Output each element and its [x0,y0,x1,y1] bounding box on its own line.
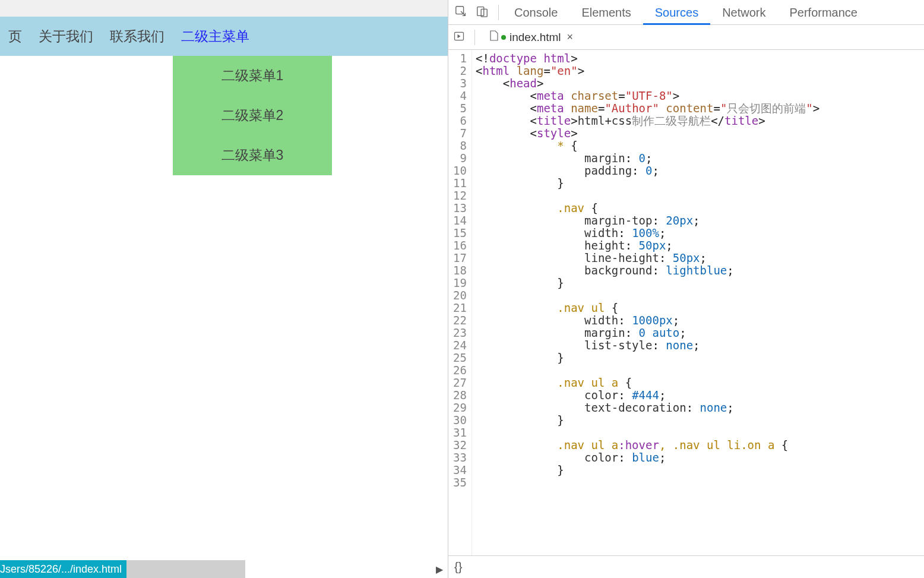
file-tab-index[interactable]: index.html × [485,28,578,46]
nav-item-0[interactable]: 页 [0,17,30,56]
close-icon[interactable]: × [567,31,574,43]
devtools-panel: Console Elements Sources Network Perform… [448,0,924,578]
file-name: index.html [510,31,561,44]
page-preview: 页 关于我们 联系我们 二级主菜单 二级菜单1 二级菜单2 二级菜单3 Jser… [0,0,448,578]
nav-link[interactable]: 联系我们 [102,17,173,56]
svg-rect-1 [477,7,484,15]
nav-item-1[interactable]: 关于我们 [30,17,102,56]
tab-elements[interactable]: Elements [569,0,643,25]
submenu-link[interactable]: 二级菜单1 [173,56,332,96]
modified-dot-icon [501,35,506,40]
submenu-item[interactable]: 二级菜单1 [173,56,332,96]
nav-link[interactable]: 关于我们 [30,17,102,56]
inspect-icon[interactable] [454,5,467,20]
tab-console[interactable]: Console [502,0,569,25]
devtools-footer: {} [448,555,924,578]
submenu: 二级菜单1 二级菜单2 二级菜单3 [173,56,332,175]
devtools-tabbar: Console Elements Sources Network Perform… [448,0,924,25]
submenu-link[interactable]: 二级菜单2 [173,96,332,135]
code-editor[interactable]: 1234567891011121314151617181920212223242… [448,50,924,555]
status-bar: Jsers/85226/.../index.html ▶ [0,560,448,578]
tab-performance[interactable]: Performance [778,0,870,25]
format-icon[interactable]: {} [454,560,462,574]
nav-link[interactable]: 二级主菜单 [173,17,258,56]
devtools-icons [448,5,495,20]
submenu-item[interactable]: 二级菜单2 [173,96,332,135]
submenu-item[interactable]: 二级菜单3 [173,135,332,175]
status-path[interactable]: Jsers/85226/.../index.html [0,560,126,578]
tab-sources[interactable]: Sources [643,0,710,25]
line-gutter: 1234567891011121314151617181920212223242… [448,50,472,555]
nav-link[interactable]: 页 [0,17,30,56]
divider [498,5,499,20]
status-scroll[interactable] [126,560,245,578]
nav-list: 页 关于我们 联系我们 二级主菜单 二级菜单1 二级菜单2 二级菜单3 [0,17,448,56]
nav-item-3[interactable]: 二级主菜单 二级菜单1 二级菜单2 二级菜单3 [173,17,258,56]
submenu-link[interactable]: 二级菜单3 [173,135,332,175]
file-icon [489,30,499,44]
tab-network[interactable]: Network [710,0,777,25]
file-tabbar: index.html × [448,25,924,50]
nav-bar: 页 关于我们 联系我们 二级主菜单 二级菜单1 二级菜单2 二级菜单3 [0,17,448,56]
divider [474,30,475,45]
code-area[interactable]: <!doctype html><html lang="en"> <head> <… [472,50,819,555]
status-arrow-icon[interactable]: ▶ [436,564,443,575]
device-toggle-icon[interactable] [476,5,489,20]
nav-item-2[interactable]: 联系我们 [102,17,173,56]
show-navigator-icon[interactable] [453,30,465,45]
